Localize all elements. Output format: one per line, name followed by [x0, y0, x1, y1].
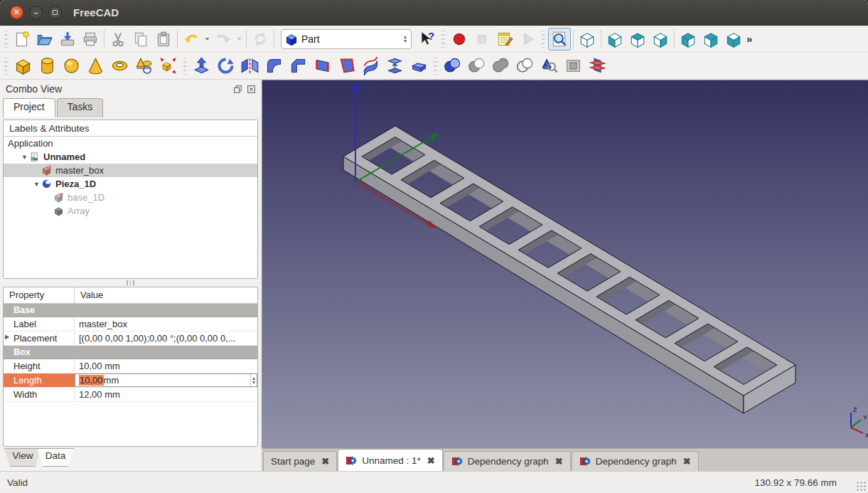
boolean-button[interactable] — [440, 55, 464, 78]
torus-primitive-button[interactable] — [107, 55, 132, 78]
toolbar-grip[interactable] — [4, 58, 9, 75]
extrude-button[interactable] — [189, 55, 213, 78]
close-tab-icon[interactable]: ✖ — [321, 456, 329, 467]
expander-icon[interactable]: ▼ — [32, 181, 41, 188]
boolean-cut-icon — [467, 56, 486, 75]
property-row-label[interactable]: Labelmaster_box — [4, 317, 257, 332]
workbench-selector[interactable]: Part▴▾ — [281, 29, 412, 49]
paste-button[interactable] — [152, 28, 175, 51]
mdi-tab-dependency-graph[interactable]: Dependency graph✖ — [572, 451, 699, 471]
shape-builder-button[interactable] — [156, 55, 180, 78]
undo-button[interactable] — [180, 28, 203, 51]
tab-project[interactable]: Project — [3, 98, 55, 117]
expander-icon[interactable]: ▼ — [20, 154, 29, 161]
toolbar-grip[interactable] — [433, 58, 438, 75]
view-front-icon — [606, 30, 624, 48]
ruled-surface-button[interactable] — [310, 55, 334, 78]
whatsthis-button[interactable]: ? — [416, 28, 439, 51]
resize-grip[interactable] — [856, 481, 866, 491]
view-right-button[interactable] — [649, 28, 672, 51]
cylinder-primitive-button[interactable] — [35, 55, 59, 78]
view-top-button[interactable] — [626, 28, 649, 51]
view-rear-button[interactable] — [677, 28, 700, 51]
toolbar-grip[interactable] — [4, 31, 9, 48]
loft-button[interactable] — [382, 55, 407, 78]
offset-button[interactable] — [407, 55, 431, 78]
tree-item-application[interactable]: Application — [4, 137, 257, 150]
view-bottom-button[interactable] — [722, 28, 745, 51]
property-row-height[interactable]: Height10,00 mm — [4, 359, 257, 373]
save-button[interactable] — [56, 28, 79, 51]
tab-view[interactable]: View — [4, 448, 41, 467]
property-value-editor[interactable]: 10,00 mm ▴▾ — [75, 373, 257, 387]
macro-edit-button[interactable] — [493, 28, 516, 51]
undo-dropdown-button[interactable] — [203, 28, 212, 51]
close-tab-icon[interactable]: ✖ — [427, 455, 435, 466]
tree-item-pieza-1d[interactable]: ▼Pieza_1D — [4, 177, 257, 191]
boolean-section-button[interactable] — [513, 55, 537, 78]
float-panel-icon[interactable] — [233, 85, 242, 94]
toolbar-grip[interactable] — [182, 58, 187, 75]
tree-item-array[interactable]: Array — [4, 204, 257, 218]
toolbar-overflow-button[interactable]: » — [746, 33, 752, 45]
new-file-button[interactable] — [11, 28, 33, 51]
defeaturing-button[interactable] — [561, 55, 585, 78]
value-spinner[interactable]: ▴▾ — [250, 374, 257, 386]
macro-run-button[interactable] — [516, 28, 539, 51]
copy-button[interactable] — [129, 28, 152, 51]
close-panel-icon[interactable] — [247, 85, 256, 94]
model-top-face[interactable] — [343, 126, 795, 396]
redo-dropdown-button[interactable] — [235, 28, 244, 51]
tree-item-master-box[interactable]: master_box — [4, 164, 257, 177]
minimize-window-button[interactable]: – — [29, 6, 43, 19]
mdi-tab-label: Dependency graph — [596, 456, 677, 467]
sweep-button[interactable] — [358, 55, 382, 78]
close-tab-icon[interactable]: ✖ — [683, 456, 691, 467]
property-row-placement[interactable]: ▶Placement[(0,00 0,00 1,00);0,00 °;(0,00… — [4, 332, 257, 346]
maximize-window-button[interactable] — [48, 6, 62, 19]
toolbar-standard: Part▴▾?» — [0, 26, 868, 53]
toolbar-grip[interactable] — [441, 31, 446, 48]
cone-primitive-button[interactable] — [83, 55, 107, 78]
print-button[interactable] — [79, 28, 102, 51]
model-front-face[interactable] — [343, 157, 744, 413]
boolean-cut-button[interactable] — [464, 55, 488, 78]
expander-icon[interactable]: ▶ — [5, 334, 9, 340]
fillet-button[interactable] — [262, 55, 286, 78]
refresh-button[interactable] — [249, 28, 272, 51]
chamfer-button[interactable] — [286, 55, 310, 78]
macro-stop-button[interactable] — [471, 28, 493, 51]
macro-record-button[interactable] — [448, 28, 471, 51]
view-left-button[interactable] — [700, 28, 722, 51]
property-row-width[interactable]: Width12,00 mm — [4, 388, 257, 402]
view-fit-all-button[interactable] — [548, 28, 571, 51]
make-face-button[interactable] — [334, 55, 358, 78]
check-geometry-button[interactable] — [537, 55, 561, 78]
workbench-selector-spinner[interactable]: ▴▾ — [402, 35, 408, 43]
tree-item-base-1d[interactable]: base_1D — [4, 191, 257, 204]
revolve-button[interactable] — [213, 55, 237, 78]
close-tab-icon[interactable]: ✖ — [555, 456, 563, 467]
cut-button[interactable] — [107, 28, 129, 51]
redo-button[interactable] — [212, 28, 235, 51]
close-window-button[interactable]: ✕ — [10, 6, 23, 19]
panel-splitter[interactable] — [3, 280, 258, 285]
property-row-length[interactable]: Length 10,00 mm ▴▾ — [4, 373, 257, 388]
create-primitives-button[interactable] — [132, 55, 156, 78]
tree-item-unnamed[interactable]: ▼Unnamed — [4, 150, 257, 164]
toolbar-grip[interactable] — [541, 31, 546, 48]
cross-sections-button[interactable] — [585, 55, 609, 78]
box-primitive-button[interactable] — [11, 55, 35, 78]
viewport-3d[interactable]: ZYX — [262, 80, 868, 448]
boolean-union-button[interactable] — [488, 55, 513, 78]
mdi-tab-start-page[interactable]: Start page✖ — [263, 451, 337, 471]
open-file-button[interactable] — [33, 28, 56, 51]
mdi-tab-unnamed-1-[interactable]: Unnamed : 1*✖ — [338, 449, 442, 471]
mirror-button[interactable] — [237, 55, 262, 78]
view-front-button[interactable] — [604, 28, 626, 51]
tab-data[interactable]: Data — [37, 448, 74, 467]
tab-tasks[interactable]: Tasks — [57, 98, 104, 117]
sphere-primitive-button[interactable] — [59, 55, 83, 78]
view-axonometric-button[interactable] — [576, 28, 599, 51]
mdi-tab-dependency-graph[interactable]: Dependency graph✖ — [444, 451, 571, 471]
